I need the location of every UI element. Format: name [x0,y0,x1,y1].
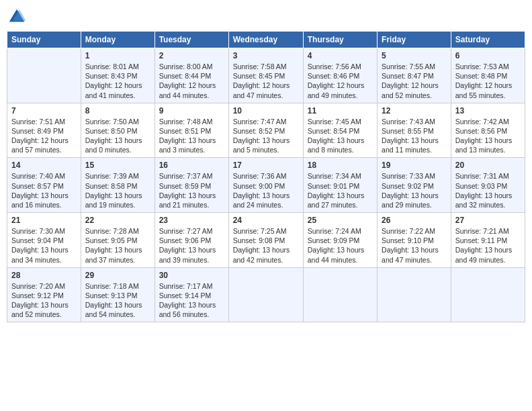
day-info: Sunrise: 7:22 AM Sunset: 9:10 PM Dayligh… [382,226,447,265]
day-info: Sunrise: 7:48 AM Sunset: 8:51 PM Dayligh… [159,117,224,155]
day-number: 15 [85,161,150,170]
calendar-cell: 24Sunrise: 7:25 AM Sunset: 9:08 PM Dayli… [228,213,303,268]
calendar-body: 1Sunrise: 8:01 AM Sunset: 8:43 PM Daylig… [7,48,525,322]
calendar-cell: 10Sunrise: 7:47 AM Sunset: 8:52 PM Dayli… [228,103,303,158]
day-info: Sunrise: 7:50 AM Sunset: 8:50 PM Dayligh… [85,117,150,155]
calendar-cell: 21Sunrise: 7:30 AM Sunset: 9:04 PM Dayli… [7,213,81,268]
day-number: 23 [159,216,224,225]
calendar-cell [378,267,451,322]
day-number: 3 [233,51,299,60]
calendar-cell: 25Sunrise: 7:24 AM Sunset: 9:09 PM Dayli… [303,213,377,268]
day-number: 30 [159,271,224,280]
day-number: 4 [308,51,373,60]
calendar-cell: 29Sunrise: 7:18 AM Sunset: 9:13 PM Dayli… [81,267,154,322]
week-row-0: 1Sunrise: 8:01 AM Sunset: 8:43 PM Daylig… [7,48,525,103]
week-row-2: 14Sunrise: 7:40 AM Sunset: 8:57 PM Dayli… [7,158,525,213]
day-number: 12 [382,106,447,116]
day-info: Sunrise: 7:53 AM Sunset: 8:48 PM Dayligh… [455,62,521,100]
col-header-thursday: Thursday [303,32,377,48]
day-info: Sunrise: 7:36 AM Sunset: 9:00 PM Dayligh… [233,171,299,210]
calendar-cell: 22Sunrise: 7:28 AM Sunset: 9:05 PM Dayli… [81,213,154,268]
day-info: Sunrise: 7:33 AM Sunset: 9:02 PM Dayligh… [382,171,447,210]
week-row-4: 28Sunrise: 7:20 AM Sunset: 9:12 PM Dayli… [7,267,525,322]
calendar-table: SundayMondayTuesdayWednesdayThursdayFrid… [7,31,525,322]
col-header-friday: Friday [378,32,451,48]
calendar-cell: 13Sunrise: 7:42 AM Sunset: 8:56 PM Dayli… [451,103,525,158]
calendar-cell: 9Sunrise: 7:48 AM Sunset: 8:51 PM Daylig… [154,103,228,158]
day-info: Sunrise: 7:27 AM Sunset: 9:06 PM Dayligh… [159,226,224,265]
calendar-cell: 5Sunrise: 7:55 AM Sunset: 8:47 PM Daylig… [378,48,451,103]
calendar-cell: 18Sunrise: 7:34 AM Sunset: 9:01 PM Dayli… [303,158,377,213]
calendar-cell: 26Sunrise: 7:22 AM Sunset: 9:10 PM Dayli… [378,213,451,268]
calendar-cell: 28Sunrise: 7:20 AM Sunset: 9:12 PM Dayli… [7,267,81,322]
day-info: Sunrise: 7:31 AM Sunset: 9:03 PM Dayligh… [455,171,521,210]
calendar-cell: 14Sunrise: 7:40 AM Sunset: 8:57 PM Dayli… [7,158,81,213]
day-number: 27 [455,216,521,225]
calendar-cell: 6Sunrise: 7:53 AM Sunset: 8:48 PM Daylig… [451,48,525,103]
calendar-cell: 12Sunrise: 7:43 AM Sunset: 8:55 PM Dayli… [378,103,451,158]
day-number: 19 [382,161,447,170]
day-number: 25 [308,216,373,225]
calendar-cell: 15Sunrise: 7:39 AM Sunset: 8:58 PM Dayli… [81,158,154,213]
day-number: 8 [85,106,150,116]
day-info: Sunrise: 7:18 AM Sunset: 9:13 PM Dayligh… [85,281,150,320]
calendar-cell [451,267,525,322]
logo [7,7,30,27]
day-number: 18 [308,161,373,170]
day-number: 22 [85,216,150,225]
day-info: Sunrise: 7:20 AM Sunset: 9:12 PM Dayligh… [11,281,77,320]
col-header-sunday: Sunday [7,32,81,48]
day-number: 7 [11,106,77,116]
day-number: 29 [85,271,150,280]
day-info: Sunrise: 7:51 AM Sunset: 8:49 PM Dayligh… [11,117,77,155]
day-info: Sunrise: 7:45 AM Sunset: 8:54 PM Dayligh… [308,117,373,155]
calendar-cell: 20Sunrise: 7:31 AM Sunset: 9:03 PM Dayli… [451,158,525,213]
calendar-header-row: SundayMondayTuesdayWednesdayThursdayFrid… [7,32,525,48]
calendar-cell: 16Sunrise: 7:37 AM Sunset: 8:59 PM Dayli… [154,158,228,213]
day-info: Sunrise: 8:00 AM Sunset: 8:44 PM Dayligh… [159,62,224,100]
calendar-cell: 4Sunrise: 7:56 AM Sunset: 8:46 PM Daylig… [303,48,377,103]
week-row-3: 21Sunrise: 7:30 AM Sunset: 9:04 PM Dayli… [7,213,525,268]
day-info: Sunrise: 7:58 AM Sunset: 8:45 PM Dayligh… [233,62,299,100]
day-number: 17 [233,161,299,170]
calendar-cell: 17Sunrise: 7:36 AM Sunset: 9:00 PM Dayli… [228,158,303,213]
day-number: 9 [159,106,224,116]
calendar-cell: 3Sunrise: 7:58 AM Sunset: 8:45 PM Daylig… [228,48,303,103]
day-number: 10 [233,106,299,116]
day-number: 13 [455,106,521,116]
day-info: Sunrise: 7:25 AM Sunset: 9:08 PM Dayligh… [233,226,299,265]
day-info: Sunrise: 7:39 AM Sunset: 8:58 PM Dayligh… [85,171,150,210]
day-number: 11 [308,106,373,116]
day-number: 26 [382,216,447,225]
day-info: Sunrise: 7:42 AM Sunset: 8:56 PM Dayligh… [455,117,521,155]
day-info: Sunrise: 7:47 AM Sunset: 8:52 PM Dayligh… [233,117,299,155]
calendar-cell [303,267,377,322]
col-header-monday: Monday [81,32,154,48]
day-info: Sunrise: 8:01 AM Sunset: 8:43 PM Dayligh… [85,62,150,100]
calendar-cell: 11Sunrise: 7:45 AM Sunset: 8:54 PM Dayli… [303,103,377,158]
day-number: 20 [455,161,521,170]
calendar-cell [228,267,303,322]
calendar-cell: 23Sunrise: 7:27 AM Sunset: 9:06 PM Dayli… [154,213,228,268]
day-number: 28 [11,271,77,280]
week-row-1: 7Sunrise: 7:51 AM Sunset: 8:49 PM Daylig… [7,103,525,158]
day-info: Sunrise: 7:40 AM Sunset: 8:57 PM Dayligh… [11,171,77,210]
calendar-cell: 27Sunrise: 7:21 AM Sunset: 9:11 PM Dayli… [451,213,525,268]
day-number: 16 [159,161,224,170]
calendar-cell [7,48,81,103]
day-number: 24 [233,216,299,225]
calendar-cell: 7Sunrise: 7:51 AM Sunset: 8:49 PM Daylig… [7,103,81,158]
day-info: Sunrise: 7:30 AM Sunset: 9:04 PM Dayligh… [11,226,77,265]
calendar-cell: 30Sunrise: 7:17 AM Sunset: 9:14 PM Dayli… [154,267,228,322]
page-header [7,7,525,27]
day-info: Sunrise: 7:17 AM Sunset: 9:14 PM Dayligh… [159,281,224,320]
col-header-saturday: Saturday [451,32,525,48]
day-info: Sunrise: 7:34 AM Sunset: 9:01 PM Dayligh… [308,171,373,210]
day-info: Sunrise: 7:55 AM Sunset: 8:47 PM Dayligh… [382,62,447,100]
calendar-cell: 19Sunrise: 7:33 AM Sunset: 9:02 PM Dayli… [378,158,451,213]
calendar-cell: 8Sunrise: 7:50 AM Sunset: 8:50 PM Daylig… [81,103,154,158]
calendar-cell: 1Sunrise: 8:01 AM Sunset: 8:43 PM Daylig… [81,48,154,103]
day-info: Sunrise: 7:28 AM Sunset: 9:05 PM Dayligh… [85,226,150,265]
logo-icon [7,7,27,27]
day-info: Sunrise: 7:43 AM Sunset: 8:55 PM Dayligh… [382,117,447,155]
